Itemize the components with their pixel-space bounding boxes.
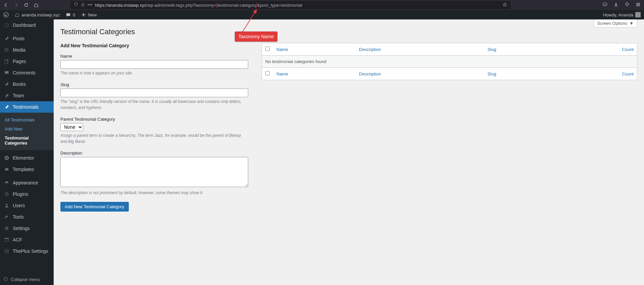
sidebar-item-testimonials[interactable]: Testimonials [0, 101, 54, 113]
url-text: https://ananda.instawp.xyz/wp-admin/edit… [95, 3, 507, 8]
col-header-count[interactable]: Count [622, 47, 634, 52]
sidebar-item-elementor[interactable]: Elementor [0, 152, 54, 164]
home-icon[interactable] [34, 2, 39, 8]
permissions-icon[interactable] [88, 2, 92, 8]
submenu-all-testimonials[interactable]: All Testimonials [0, 115, 54, 124]
name-label: Name [60, 54, 248, 59]
screen-options-toggle[interactable]: Screen Options▼ [594, 19, 637, 27]
menu-icon[interactable] [636, 2, 641, 8]
reload-icon[interactable] [23, 2, 29, 8]
slug-input[interactable] [60, 89, 248, 97]
sidebar-item-books[interactable]: Books [0, 78, 54, 90]
svg-point-4 [4, 12, 8, 17]
media-icon [3, 47, 10, 53]
select-all-bottom[interactable] [265, 71, 270, 75]
sidebar-item-acf[interactable]: ACF [0, 234, 54, 245]
parent-help: Assign a parent term to create a hierarc… [60, 132, 248, 145]
parent-select[interactable]: None [60, 123, 83, 131]
svg-rect-10 [5, 60, 7, 64]
col-footer-description[interactable]: Description [359, 71, 381, 76]
back-icon[interactable] [3, 2, 9, 8]
description-textarea[interactable] [60, 157, 248, 187]
sidebar-item-users[interactable]: Users [0, 200, 54, 211]
form-title: Add New Testimonial Category [60, 43, 248, 48]
shield-icon[interactable] [74, 2, 78, 8]
sidebar-item-dashboard[interactable]: Dashboard [0, 19, 54, 31]
col-footer-slug[interactable]: Slug [487, 71, 496, 76]
sidebar-item-media[interactable]: Media [0, 44, 54, 56]
slug-label: Slug [60, 82, 248, 87]
comments-link[interactable]: 0 [66, 12, 75, 17]
users-icon [3, 203, 10, 208]
plugins-icon [3, 191, 10, 197]
comments-icon [3, 70, 10, 75]
sidebar-item-pages[interactable]: Pages [0, 56, 54, 67]
sidebar-item-tools[interactable]: Tools [0, 211, 54, 223]
svg-line-24 [241, 9, 257, 34]
annotation-arrow [238, 7, 278, 37]
submit-button[interactable]: Add New Testimonial Category [60, 202, 129, 212]
pin-icon [3, 104, 10, 110]
appearance-icon [3, 180, 10, 185]
no-items-row: No testimonial categories found [262, 56, 637, 68]
sidebar-item-comments[interactable]: Comments [0, 67, 54, 78]
svg-point-23 [4, 277, 7, 281]
collapse-menu[interactable]: Collapse menu [0, 274, 54, 285]
svg-rect-12 [6, 157, 6, 159]
admin-sidebar: Dashboard Posts Media Pages Comments Boo… [0, 19, 54, 285]
bookmark-star-icon[interactable] [502, 2, 507, 8]
description-help: The description is not prominent by defa… [60, 190, 248, 196]
col-header-description[interactable]: Description [359, 47, 381, 52]
svg-rect-21 [5, 238, 8, 239]
svg-point-16 [6, 204, 8, 206]
svg-rect-2 [91, 4, 92, 5]
site-name-link[interactable]: ananda.instawp.xyz [15, 12, 60, 17]
svg-point-18 [6, 228, 6, 229]
svg-rect-14 [7, 158, 8, 158]
download-icon[interactable] [613, 2, 619, 8]
svg-rect-13 [7, 157, 8, 158]
new-content-link[interactable]: New [81, 12, 97, 17]
select-all-top[interactable] [265, 47, 270, 51]
svg-rect-0 [82, 4, 84, 6]
sidebar-item-posts[interactable]: Posts [0, 33, 54, 44]
tools-icon [3, 214, 10, 220]
description-label: Description [60, 151, 248, 156]
chevron-down-icon: ▼ [629, 21, 634, 26]
lock-icon[interactable] [81, 3, 85, 8]
pages-icon [3, 59, 10, 64]
submenu-add-new[interactable]: Add New [0, 124, 54, 133]
sidebar-item-theplus[interactable]: ThePlus Settings [0, 245, 54, 257]
sidebar-item-team[interactable]: Team [0, 90, 54, 101]
pin-icon [3, 36, 10, 41]
elementor-icon [3, 155, 10, 161]
col-footer-count[interactable]: Count [622, 71, 634, 76]
sidebar-item-templates[interactable]: Templates [0, 164, 54, 175]
url-bar[interactable]: https://ananda.instawp.xyz/wp-admin/edit… [70, 1, 511, 9]
acf-icon [3, 237, 10, 242]
svg-point-17 [7, 227, 7, 228]
howdy-account[interactable]: Howdy, Ananda [603, 12, 641, 17]
col-header-slug[interactable]: Slug [487, 47, 496, 52]
sidebar-item-appearance[interactable]: Appearance [0, 177, 54, 188]
col-footer-name[interactable]: Name [276, 71, 288, 76]
slug-help: The "slug" is the URL-friendly version o… [60, 99, 248, 111]
col-header-name[interactable]: Name [276, 47, 288, 52]
collapse-icon [3, 277, 8, 282]
theplus-icon [3, 248, 10, 254]
pocket-icon[interactable] [602, 2, 607, 8]
settings-icon [3, 226, 10, 231]
sidebar-item-plugins[interactable]: Plugins [0, 188, 54, 200]
svg-point-19 [7, 229, 8, 230]
name-input[interactable] [60, 60, 248, 69]
submenu-testimonial-categories[interactable]: Testimonial Categories [0, 133, 54, 148]
svg-rect-15 [7, 159, 8, 159]
forward-icon [13, 2, 19, 8]
add-new-form: Add New Testimonial Category Name The na… [60, 43, 248, 212]
svg-point-8 [7, 49, 8, 50]
wp-logo-menu[interactable] [3, 12, 9, 17]
svg-rect-1 [88, 4, 89, 5]
extensions-icon[interactable] [625, 2, 630, 8]
sidebar-item-settings[interactable]: Settings [0, 223, 54, 234]
dashboard-icon [3, 22, 10, 28]
